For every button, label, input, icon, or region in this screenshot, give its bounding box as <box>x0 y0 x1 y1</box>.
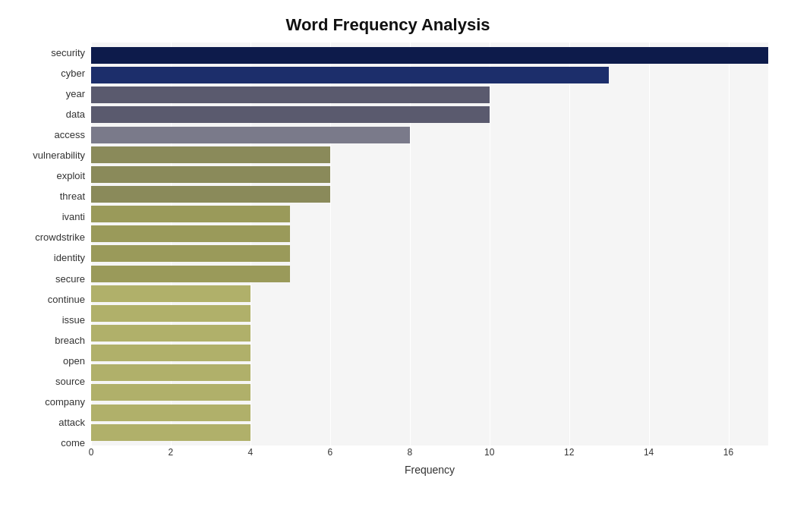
y-label: breach <box>8 330 91 351</box>
y-label: secure <box>8 269 91 289</box>
bar <box>91 146 330 163</box>
bar <box>91 285 251 302</box>
bar-row <box>91 364 768 382</box>
y-label: data <box>8 104 91 124</box>
y-axis: securitycyberyeardataaccessvulnerability… <box>8 42 91 476</box>
bar-row <box>91 205 768 223</box>
bar <box>91 305 251 322</box>
bar-row <box>91 265 768 283</box>
y-label: ivanti <box>8 206 91 227</box>
bar <box>91 166 330 183</box>
bar-row <box>91 344 768 362</box>
y-label: identity <box>8 247 91 268</box>
bar-row <box>91 304 768 323</box>
bar-row <box>91 66 768 84</box>
bar <box>91 225 290 242</box>
bar-row <box>91 126 768 144</box>
bar <box>91 245 290 262</box>
bar-row <box>91 244 768 263</box>
bar <box>91 106 490 123</box>
y-label: attack <box>8 412 91 433</box>
y-label: vulnerability <box>8 145 91 165</box>
bar <box>91 266 290 282</box>
bar <box>91 206 290 222</box>
y-label: source <box>8 371 91 392</box>
x-tick: 10 <box>484 447 494 458</box>
bar-row <box>91 225 768 243</box>
grid-and-bars <box>91 42 768 445</box>
y-label: year <box>8 83 91 104</box>
y-label: exploit <box>8 165 91 186</box>
chart-container: Word Frequency Analysis securitycyberyea… <box>0 0 791 532</box>
x-tick: 14 <box>644 447 654 458</box>
bar-row <box>91 285 768 303</box>
bar-row <box>91 105 768 124</box>
x-tick: 8 <box>407 447 412 458</box>
bar-row <box>91 146 768 164</box>
y-label: access <box>8 124 91 145</box>
y-label: open <box>8 351 91 371</box>
bar-row <box>91 46 768 65</box>
bar-row <box>91 423 768 442</box>
bar <box>91 127 410 143</box>
y-label: come <box>8 433 91 453</box>
bar <box>91 186 330 203</box>
x-tick: 2 <box>169 447 174 458</box>
x-tick: 4 <box>248 447 254 458</box>
x-tick: 16 <box>723 447 733 458</box>
y-label: company <box>8 392 91 412</box>
chart-title: Word Frequency Analysis <box>8 15 768 35</box>
y-label: security <box>8 42 91 63</box>
bar <box>91 345 251 361</box>
bar <box>91 364 251 381</box>
bar-row <box>91 165 768 184</box>
y-label: continue <box>8 289 91 310</box>
x-axis: 0246810121416 <box>91 445 768 461</box>
bar <box>91 325 251 342</box>
x-axis-label: Frequency <box>91 464 768 476</box>
chart-area: securitycyberyeardataaccessvulnerability… <box>8 42 768 476</box>
x-tick: 0 <box>89 447 94 458</box>
bar <box>91 87 490 103</box>
bar-row <box>91 324 768 342</box>
bar <box>91 384 251 401</box>
bar-row <box>91 404 768 422</box>
y-label: threat <box>8 186 91 206</box>
y-label: issue <box>8 310 91 330</box>
bar-row <box>91 383 768 401</box>
bar <box>91 424 251 441</box>
bar <box>91 67 609 83</box>
y-label: crowdstrike <box>8 227 91 247</box>
y-label: cyber <box>8 63 91 83</box>
bar-row <box>91 86 768 104</box>
plot-area: 0246810121416 Frequency <box>91 42 768 476</box>
bar <box>91 47 768 64</box>
x-tick: 12 <box>564 447 574 458</box>
bars-container <box>91 42 768 445</box>
x-tick: 6 <box>327 447 332 458</box>
bar-row <box>91 185 768 203</box>
bar <box>91 405 251 421</box>
